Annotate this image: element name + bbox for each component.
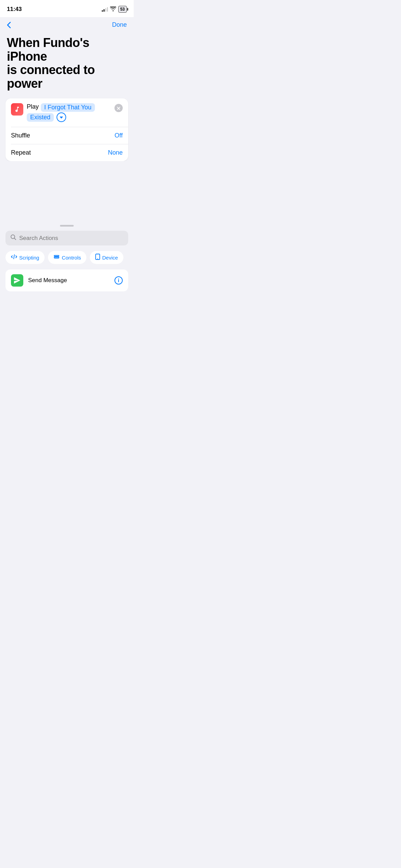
svg-rect-2 (54, 257, 59, 258)
scripting-icon (11, 254, 17, 261)
close-button[interactable] (114, 104, 123, 112)
signal-icon (102, 7, 108, 12)
action-first-row: Play I Forgot That You (27, 103, 111, 112)
shuffle-row[interactable]: Shuffle Off (5, 127, 128, 144)
battery-level: 53 (120, 7, 125, 12)
action-second-row: Existed (27, 112, 111, 122)
list-item[interactable]: Send Message i (5, 269, 128, 291)
shuffle-label: Shuffle (11, 132, 30, 139)
search-input[interactable] (19, 235, 123, 242)
device-icon (95, 254, 100, 261)
tab-scripting[interactable]: Scripting (5, 251, 45, 264)
shuffle-value[interactable]: Off (114, 132, 123, 139)
done-button[interactable]: Done (112, 21, 127, 28)
controls-icon (53, 254, 60, 261)
controls-label: Controls (62, 255, 81, 261)
bottom-sheet: Scripting Controls Device (0, 221, 134, 298)
action-card: Play I Forgot That You Existed Shuffle O… (5, 98, 128, 161)
svg-rect-1 (54, 255, 59, 256)
handle-bar (60, 225, 74, 227)
tab-device[interactable]: Device (90, 251, 123, 264)
status-icons: 53 (102, 6, 127, 13)
chevron-down-icon (60, 117, 63, 119)
search-icon (10, 234, 16, 242)
list-item-label: Send Message (28, 277, 110, 284)
sheet-handle (0, 221, 134, 229)
expand-button[interactable] (57, 112, 66, 122)
repeat-row[interactable]: Repeat None (5, 144, 128, 161)
svg-point-4 (97, 258, 98, 259)
status-bar: 11:43 53 (0, 0, 134, 17)
status-time: 11:43 (7, 6, 22, 13)
info-button[interactable]: i (114, 276, 123, 285)
song-token-part1[interactable]: I Forgot That You (41, 103, 95, 112)
page-title: When Fundo's iPhone is connected to powe… (7, 36, 127, 90)
page-title-section: When Fundo's iPhone is connected to powe… (0, 33, 134, 98)
action-header: Play I Forgot That You Existed (5, 98, 128, 127)
wifi-icon (110, 7, 116, 12)
music-app-icon (11, 103, 23, 116)
category-tabs: Scripting Controls Device (0, 251, 134, 264)
scripting-label: Scripting (19, 255, 39, 261)
back-button[interactable] (7, 22, 11, 28)
battery-indicator: 53 (118, 6, 127, 13)
song-token-part2[interactable]: Existed (27, 113, 54, 122)
tab-controls[interactable]: Controls (48, 251, 86, 264)
search-bar[interactable] (5, 231, 128, 245)
device-label: Device (102, 255, 118, 261)
play-label: Play (27, 103, 39, 110)
action-content: Play I Forgot That You Existed (27, 103, 111, 122)
nav-bar: Done (0, 17, 134, 33)
repeat-value[interactable]: None (108, 149, 123, 156)
repeat-label: Repeat (11, 149, 31, 156)
list-section: Send Message i (5, 269, 128, 291)
send-message-icon (11, 274, 23, 287)
